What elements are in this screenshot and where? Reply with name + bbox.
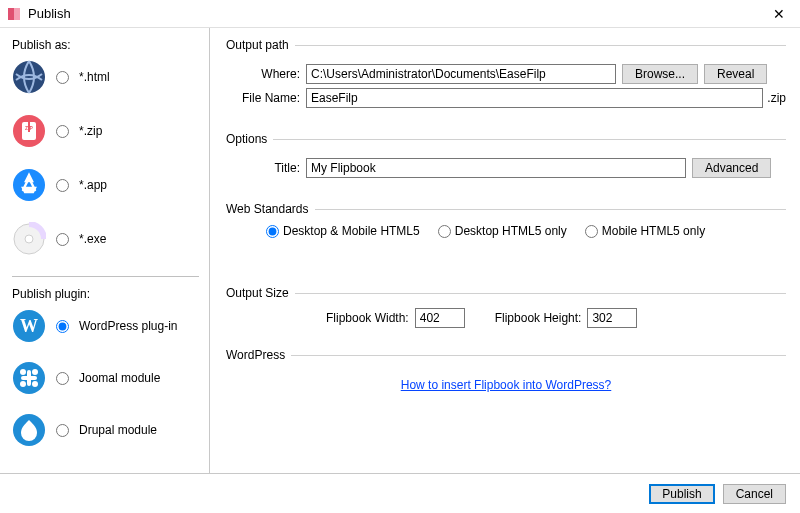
flipbook-height-label: Flipbook Height: (495, 311, 582, 325)
format-exe[interactable]: *.exe (12, 222, 199, 256)
sidebar: Publish as: *.html ZIP *.zip *.app *.exe… (0, 28, 210, 473)
disc-icon (12, 222, 46, 256)
globe-icon (12, 60, 46, 94)
format-zip[interactable]: ZIP *.zip (12, 114, 199, 148)
flipbook-width-input[interactable] (415, 308, 465, 328)
svg-point-7 (25, 235, 33, 243)
window-title: Publish (28, 6, 71, 21)
zip-icon: ZIP (12, 114, 46, 148)
where-label: Where: (226, 67, 306, 81)
format-app-radio[interactable] (56, 179, 69, 192)
app-icon (6, 6, 22, 22)
footer: Publish Cancel (0, 473, 800, 513)
format-exe-label[interactable]: *.exe (56, 232, 106, 246)
plugin-joomla[interactable]: Joomal module (12, 361, 199, 395)
svg-point-13 (20, 381, 26, 387)
svg-point-11 (20, 369, 26, 375)
wordpress-legend: WordPress (226, 348, 291, 362)
webstd-desktop-mobile[interactable]: Desktop & Mobile HTML5 (266, 224, 420, 238)
wordpress-icon: W (12, 309, 46, 343)
svg-point-0 (13, 61, 45, 93)
plugin-drupal[interactable]: Drupal module (12, 413, 199, 447)
filename-label: File Name: (226, 91, 306, 105)
webstd-radio-1[interactable] (438, 225, 451, 238)
svg-point-14 (32, 381, 38, 387)
publish-as-heading: Publish as: (12, 38, 199, 52)
svg-point-12 (32, 369, 38, 375)
plugin-wordpress[interactable]: W WordPress plug-in (12, 309, 199, 343)
publish-button[interactable]: Publish (649, 484, 714, 504)
options-legend: Options (226, 132, 273, 146)
webstd-radio-0[interactable] (266, 225, 279, 238)
format-html-radio[interactable] (56, 71, 69, 84)
format-zip-radio[interactable] (56, 125, 69, 138)
format-app[interactable]: *.app (12, 168, 199, 202)
output-path-group: Output path Where: Browse... Reveal File… (226, 38, 786, 118)
svg-text:ZIP: ZIP (25, 125, 33, 131)
output-size-group: Output Size Flipbook Width: Flipbook Hei… (226, 286, 786, 334)
plugin-joomla-radio[interactable] (56, 372, 69, 385)
filename-input[interactable] (306, 88, 763, 108)
filename-suffix: .zip (763, 91, 786, 105)
joomla-icon (12, 361, 46, 395)
output-size-legend: Output Size (226, 286, 295, 300)
format-exe-radio[interactable] (56, 233, 69, 246)
title-input[interactable] (306, 158, 686, 178)
svg-text:W: W (20, 316, 38, 336)
main-panel: Output path Where: Browse... Reveal File… (210, 28, 800, 473)
plugin-wordpress-label[interactable]: WordPress plug-in (56, 319, 177, 333)
plugin-joomla-label[interactable]: Joomal module (56, 371, 160, 385)
plugin-drupal-radio[interactable] (56, 424, 69, 437)
close-icon[interactable]: ✕ (764, 6, 794, 22)
webstd-desktop-only[interactable]: Desktop HTML5 only (438, 224, 567, 238)
reveal-button[interactable]: Reveal (704, 64, 767, 84)
advanced-button[interactable]: Advanced (692, 158, 771, 178)
publish-plugin-heading: Publish plugin: (12, 287, 199, 301)
format-html-label[interactable]: *.html (56, 70, 110, 84)
titlebar: Publish ✕ (0, 0, 800, 28)
webstd-mobile-only[interactable]: Mobile HTML5 only (585, 224, 705, 238)
format-app-label[interactable]: *.app (56, 178, 107, 192)
format-zip-label[interactable]: *.zip (56, 124, 102, 138)
appstore-icon (12, 168, 46, 202)
where-input[interactable] (306, 64, 616, 84)
plugin-drupal-label[interactable]: Drupal module (56, 423, 157, 437)
format-html[interactable]: *.html (12, 60, 199, 94)
web-standards-legend: Web Standards (226, 202, 315, 216)
svg-rect-16 (21, 376, 37, 380)
cancel-button[interactable]: Cancel (723, 484, 786, 504)
options-group: Options Title: Advanced (226, 132, 786, 188)
output-path-legend: Output path (226, 38, 295, 52)
browse-button[interactable]: Browse... (622, 64, 698, 84)
flipbook-height-input[interactable] (587, 308, 637, 328)
wordpress-group: WordPress How to insert Flipbook into Wo… (226, 348, 786, 398)
flipbook-width-label: Flipbook Width: (326, 311, 409, 325)
title-label: Title: (226, 161, 306, 175)
plugin-wordpress-radio[interactable] (56, 320, 69, 333)
drupal-icon (12, 413, 46, 447)
webstd-radio-2[interactable] (585, 225, 598, 238)
wordpress-howto-link[interactable]: How to insert Flipbook into WordPress? (226, 378, 786, 392)
web-standards-group: Web Standards Desktop & Mobile HTML5 Des… (226, 202, 786, 244)
